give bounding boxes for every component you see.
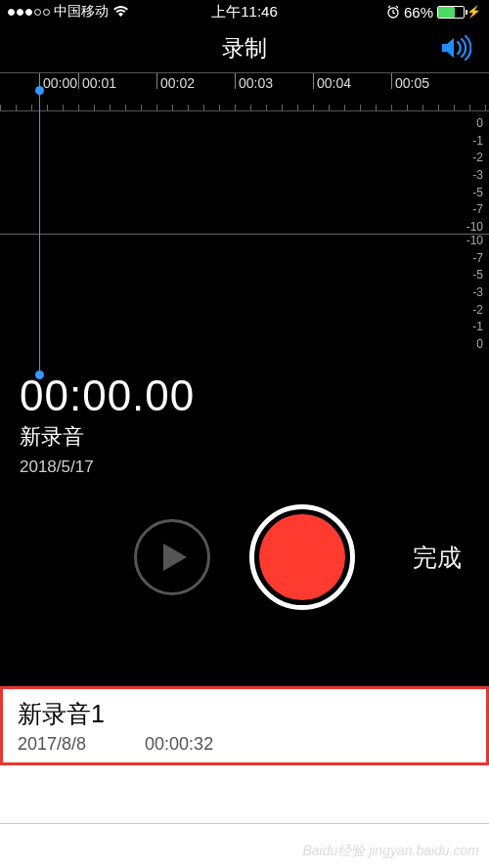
carrier-label: 中国移动 <box>54 3 109 21</box>
ruler-tick: 00:05 <box>395 75 429 91</box>
watermark: Baidu经验 jingyan.baidu.com <box>302 843 479 860</box>
signal-strength-icon <box>8 9 50 16</box>
battery-icon <box>437 6 465 19</box>
ruler-tick: 00:03 <box>239 75 273 91</box>
recording-date: 2018/5/17 <box>20 457 469 477</box>
record-icon <box>259 514 345 600</box>
time-ruler[interactable]: 00:00 00:01 00:02 00:03 00:04 00:05 <box>0 72 489 111</box>
ruler-tick: 00:04 <box>317 75 351 91</box>
status-bar: 中国移动 上午11:46 66% ⚡ <box>0 0 489 23</box>
charging-icon: ⚡ <box>467 5 481 19</box>
wifi-icon <box>112 6 129 18</box>
ruler-tick: 00:02 <box>160 75 195 91</box>
play-button[interactable] <box>134 519 210 595</box>
alarm-icon <box>386 5 400 19</box>
recording-item-title: 新录音1 <box>18 698 471 730</box>
recordings-list: 新录音1 2017/8/8 00:00:32 <box>0 686 489 824</box>
header: 录制 <box>0 23 489 72</box>
list-item[interactable]: 新录音1 2017/8/8 00:00:32 <box>0 686 489 765</box>
battery-percent: 66% <box>404 4 433 21</box>
playhead[interactable] <box>39 90 40 375</box>
ruler-tick: 00:01 <box>82 75 116 91</box>
status-time: 上午11:46 <box>211 3 278 22</box>
recording-item-duration: 00:00:32 <box>145 734 213 755</box>
controls-bar: 完成 <box>0 481 489 639</box>
done-button[interactable]: 完成 <box>413 542 462 574</box>
record-button[interactable] <box>249 504 355 610</box>
page-title: 录制 <box>222 33 267 64</box>
speaker-button[interactable] <box>440 35 471 61</box>
recording-name[interactable]: 新录音 <box>20 422 469 452</box>
db-scale-top: 0-1-2-3-5-7-10 <box>467 117 483 235</box>
recording-item-date: 2017/8/8 <box>18 734 86 755</box>
db-scale-bottom: -10-7-5-3-2-10 <box>467 235 483 352</box>
recording-timer: 00:00.00 <box>20 371 469 420</box>
ruler-tick: 00:00 <box>43 75 77 91</box>
waveform-area[interactable]: 0-1-2-3-5-7-10 -10-7-5-3-2-10 <box>0 111 489 358</box>
